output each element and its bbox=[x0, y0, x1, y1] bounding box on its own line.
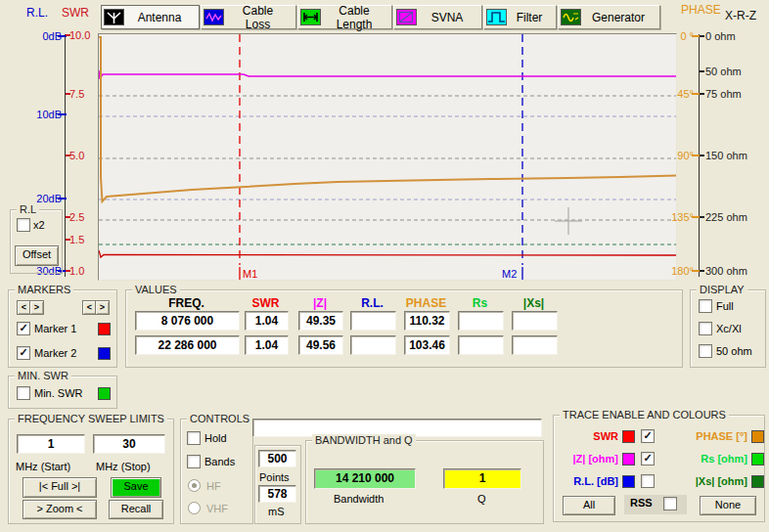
q-value: 1 bbox=[443, 468, 521, 489]
trace-swr-checkbox[interactable]: ✓ bbox=[641, 429, 655, 443]
value-cell-m1-freq-[interactable]: 8 076 000 bbox=[135, 311, 240, 331]
ohm-tick-tick bbox=[700, 70, 704, 72]
trace-r-l-db--label: R.L. [dB] bbox=[562, 475, 618, 487]
values-header-rs: Rs bbox=[458, 296, 502, 310]
hf-radio[interactable] bbox=[188, 479, 201, 492]
ohm-tick-tick bbox=[700, 155, 704, 156]
phase-axis-title: PHASE bbox=[681, 3, 721, 17]
phase-tick-tick bbox=[692, 216, 700, 218]
values-header-swr: SWR bbox=[245, 296, 287, 310]
sweep-plot[interactable]: M1M2 bbox=[98, 33, 677, 281]
start-freq-input[interactable]: 1 bbox=[17, 434, 85, 454]
all-traces-button[interactable]: All bbox=[563, 496, 615, 515]
min-swr-checkbox[interactable] bbox=[17, 386, 30, 400]
min-swr-panel-title: MIN. SWR bbox=[15, 370, 71, 381]
trace-phase--color-swatch[interactable] bbox=[751, 430, 764, 443]
display-full-checkbox[interactable] bbox=[699, 299, 712, 313]
value-cell-m2-swr: 1.04 bbox=[245, 335, 289, 355]
marker1-color-swatch[interactable] bbox=[98, 323, 111, 335]
bandwidth-panel-title: BANDWIDTH and Q bbox=[312, 434, 416, 446]
hold-label: Hold bbox=[204, 432, 227, 444]
tab-label: Filter bbox=[507, 11, 552, 24]
display-xc-xl-checkbox[interactable] bbox=[699, 322, 712, 335]
values-header-freq-: FREQ. bbox=[135, 296, 238, 310]
markers-panel: MARKERS <>✓Marker 1<>✓Marker 2 bbox=[8, 289, 117, 368]
bands-checkbox[interactable] bbox=[187, 455, 201, 468]
value-cell-m2-freq-[interactable]: 22 286 000 bbox=[135, 335, 240, 355]
tab-cable-length[interactable]: Cable Length bbox=[297, 5, 392, 29]
phase-tick-tick bbox=[692, 270, 700, 272]
display-50-ohm-checkbox[interactable] bbox=[699, 344, 712, 358]
trace--z-ohm--color-swatch[interactable] bbox=[622, 453, 635, 466]
hold-checkbox[interactable] bbox=[187, 431, 201, 445]
full-span-button[interactable]: |< Full >| bbox=[23, 477, 97, 498]
stop-freq-label: MHz (Stop) bbox=[96, 461, 151, 472]
display-full-label: Full bbox=[716, 300, 734, 312]
tab-antenna[interactable]: Antenna bbox=[101, 5, 200, 29]
min-swr-panel: MIN. SWR Min. SWR bbox=[8, 376, 117, 409]
min-swr-color-swatch[interactable] bbox=[98, 387, 111, 400]
rss-area: RSS bbox=[624, 495, 687, 514]
values-header-r-l-: R.L. bbox=[350, 296, 394, 310]
rl-offset-group-title: R.L bbox=[17, 203, 39, 215]
values-panel-title: VALUES bbox=[132, 284, 180, 295]
filter-icon bbox=[486, 9, 507, 25]
tab-filter[interactable]: Filter bbox=[483, 5, 557, 29]
rss-checkbox[interactable] bbox=[663, 497, 677, 510]
value-cell-m2--xs- bbox=[512, 335, 558, 355]
tab-generator[interactable]: Generator bbox=[558, 5, 660, 29]
freq-sweep-panel: FREQUENCY SWEEP LIMITS 1 30 MHz (Start) … bbox=[8, 419, 174, 524]
offset-button[interactable]: Offset bbox=[15, 245, 59, 266]
svna-icon bbox=[396, 9, 417, 25]
save-button[interactable]: Save bbox=[111, 477, 161, 498]
sweep-time-value: 578 bbox=[258, 485, 296, 503]
x2-label: x2 bbox=[33, 219, 45, 231]
tab-cable-loss[interactable]: Cable Loss bbox=[201, 5, 296, 29]
marker2-step-next-button[interactable]: > bbox=[95, 300, 110, 315]
trace--z-ohm--label: |Z| [ohm] bbox=[562, 453, 618, 465]
none-traces-button[interactable]: None bbox=[700, 496, 756, 515]
swr-tick-tick bbox=[66, 270, 70, 272]
ohm-tick-label: 0 ohm bbox=[705, 30, 736, 42]
trace-r-l-db--checkbox[interactable] bbox=[641, 474, 655, 488]
trace--z-ohm--checkbox[interactable]: ✓ bbox=[641, 452, 655, 466]
trace-rs-ohm--color-swatch[interactable] bbox=[751, 453, 764, 466]
ohm-tick-label: 300 ohm bbox=[705, 265, 747, 277]
swr-trace bbox=[99, 250, 676, 257]
swr-tick-tick bbox=[66, 155, 70, 156]
trace-r-l-db--color-swatch[interactable] bbox=[622, 475, 635, 488]
trace-swr-color-swatch[interactable] bbox=[622, 430, 635, 443]
phase-tick-tick bbox=[692, 93, 700, 95]
phase-tick-label: 135° bbox=[652, 211, 694, 223]
marker1-checkbox[interactable]: ✓ bbox=[17, 322, 30, 335]
bandwidth-label: Bandwidth bbox=[334, 493, 384, 505]
vhf-radio[interactable] bbox=[188, 502, 201, 514]
trace-enable-panel-title: TRACE ENABLE AND COLOURS bbox=[560, 409, 729, 421]
marker2-checkbox[interactable]: ✓ bbox=[17, 346, 30, 360]
sweep-time-unit-label: mS bbox=[268, 506, 285, 517]
stop-freq-input[interactable]: 30 bbox=[93, 434, 165, 454]
display-xc-xl-label: Xc/Xl bbox=[716, 323, 742, 334]
xrz-axis-title: X-R-Z bbox=[725, 9, 756, 22]
ohm-tick-tick bbox=[700, 93, 704, 95]
ohm-tick-tick bbox=[700, 216, 704, 218]
marker-label-m2: M2 bbox=[502, 268, 517, 280]
trace-phase--label: PHASE [°] bbox=[691, 430, 747, 442]
x2-checkbox[interactable] bbox=[17, 218, 30, 232]
ohm-tick-label: 150 ohm bbox=[705, 150, 747, 161]
display-50-ohm-label: 50 ohm bbox=[716, 345, 752, 357]
recall-button[interactable]: Recall bbox=[109, 500, 163, 519]
marker1-step-next-button[interactable]: > bbox=[29, 300, 44, 315]
value-cell-m1--xs- bbox=[512, 311, 558, 331]
phase-tick-label: 180° bbox=[652, 265, 694, 277]
trace--xs-ohm--label: |Xs| [ohm] bbox=[691, 475, 747, 487]
trace--xs-ohm--color-swatch[interactable] bbox=[751, 475, 764, 488]
swr-tick-label: 1.5 bbox=[69, 234, 84, 245]
swr-tick-label: 5.0 bbox=[69, 150, 84, 161]
tab-svna[interactable]: SVNA bbox=[393, 5, 482, 29]
zoom-span-button[interactable]: > Zoom < bbox=[23, 500, 97, 519]
points-value[interactable]: 500 bbox=[258, 450, 296, 467]
markers-panel-title: MARKERS bbox=[15, 284, 73, 295]
marker2-color-swatch[interactable] bbox=[98, 347, 111, 360]
hf-label: HF bbox=[206, 480, 221, 492]
